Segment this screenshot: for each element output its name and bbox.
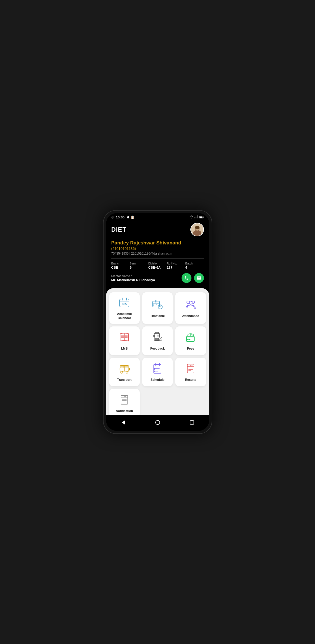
detail-batch: Batch 4 xyxy=(185,262,204,269)
recent-button[interactable] xyxy=(187,418,197,427)
avatar xyxy=(190,223,204,236)
svg-point-28 xyxy=(155,305,155,306)
svg-point-27 xyxy=(153,305,154,306)
mentor-label: Mentor Name : xyxy=(111,274,155,278)
lms-label: LMS xyxy=(121,347,127,351)
svg-rect-46 xyxy=(187,339,189,340)
app-title: DIET xyxy=(111,226,127,233)
transport-icon xyxy=(119,363,130,375)
mentor-actions xyxy=(182,273,204,283)
fees-icon xyxy=(185,332,196,344)
roll-label: Roll No. xyxy=(167,262,185,265)
grid-item-schedule[interactable]: Schedule xyxy=(142,358,173,386)
branch-label: Branch xyxy=(111,262,130,265)
branch-value: CSE xyxy=(111,266,130,269)
signal-icon xyxy=(195,215,198,219)
wifi-icon xyxy=(189,215,194,219)
student-name: Pandey Rajeshwar Shivanand xyxy=(111,240,204,246)
grid-item-results[interactable]: A+ Results xyxy=(175,358,206,386)
svg-rect-84 xyxy=(190,421,194,424)
grid-item-fees[interactable]: Fees xyxy=(175,326,206,355)
content-area: 365 AcademicCalendar xyxy=(106,288,209,415)
svg-text:A+: A+ xyxy=(124,395,126,398)
student-details: Branch CSE Sem 6 Division CSE-6A Roll No… xyxy=(111,262,204,269)
svg-point-68 xyxy=(154,369,155,370)
menu-grid: 365 AcademicCalendar xyxy=(109,292,206,415)
sem-label: Sem xyxy=(130,262,148,265)
recent-icon xyxy=(190,420,194,425)
svg-rect-47 xyxy=(189,339,190,340)
status-time: 10:06 xyxy=(116,215,125,219)
grid-item-feedback[interactable]: Feedback xyxy=(142,326,173,355)
notification-label: Notification xyxy=(116,409,133,413)
fees-label: Fees xyxy=(187,347,194,351)
student-contact: 7043541935 | 21010101136@darshan.ac.in xyxy=(111,252,204,255)
camera-dot xyxy=(111,216,114,219)
svg-rect-6 xyxy=(203,217,204,218)
transport-label: Transport xyxy=(117,378,131,382)
svg-text:365: 365 xyxy=(122,302,127,306)
header-top: DIET xyxy=(111,223,204,236)
schedule-icon xyxy=(152,363,163,375)
svg-rect-0 xyxy=(195,217,195,218)
home-icon xyxy=(155,420,160,425)
svg-point-26 xyxy=(156,304,157,305)
mentor-row: Mentor Name : Mr. Madhuresh R Fichadiya xyxy=(111,273,204,283)
grid-item-lms[interactable]: LMS xyxy=(109,326,140,355)
svg-point-54 xyxy=(121,371,123,373)
email-button[interactable] xyxy=(194,273,204,283)
results-icon: A+ xyxy=(185,363,196,375)
attendance-label: Attendance xyxy=(182,314,199,318)
roll-value: 177 xyxy=(167,266,185,269)
detail-division: Division CSE-6A xyxy=(148,262,167,269)
svg-point-55 xyxy=(126,371,128,373)
status-icons: ⏺ 📋 xyxy=(127,216,134,219)
back-icon xyxy=(121,420,126,425)
avatar-image xyxy=(191,223,203,236)
detail-sem: Sem 6 xyxy=(130,262,148,269)
status-left: 10:06 ⏺ 📋 xyxy=(111,215,135,219)
mentor-info: Mentor Name : Mr. Madhuresh R Fichadiya xyxy=(111,274,155,282)
svg-rect-3 xyxy=(197,215,198,218)
grid-item-attendance[interactable]: Attendance xyxy=(175,292,206,324)
email-icon xyxy=(197,276,201,280)
home-button[interactable] xyxy=(153,418,162,427)
status-bar: 10:06 ⏺ 📋 xyxy=(106,213,209,220)
header-section: DIET Pandey Rajeshwar Shivanand (2101010… xyxy=(106,220,209,288)
division-label: Division xyxy=(148,262,167,265)
student-id: (21010101136) xyxy=(111,247,204,251)
phone-screen: 10:06 ⏺ 📋 xyxy=(106,213,209,431)
attendance-icon xyxy=(185,299,196,312)
svg-text:A+: A+ xyxy=(190,364,193,367)
battery-icon xyxy=(199,215,204,219)
svg-point-83 xyxy=(156,420,160,425)
phone-frame: 10:06 ⏺ 📋 xyxy=(103,210,212,434)
phone-icon xyxy=(184,276,189,280)
svg-point-24 xyxy=(153,304,154,305)
lms-icon xyxy=(119,332,130,344)
feedback-icon xyxy=(152,332,163,344)
grid-item-timetable[interactable]: Timetable xyxy=(142,292,173,324)
detail-roll: Roll No. 177 xyxy=(167,262,185,269)
results-label: Results xyxy=(185,378,196,382)
grid-item-notification[interactable]: A+ Notification xyxy=(109,389,140,415)
notification-icon: A+ xyxy=(119,394,130,407)
back-button[interactable] xyxy=(119,418,128,427)
batch-value: 4 xyxy=(185,266,204,269)
detail-branch: Branch CSE xyxy=(111,262,130,269)
timetable-label: Timetable xyxy=(150,314,165,318)
divider xyxy=(111,258,204,259)
grid-item-transport[interactable]: Transport xyxy=(109,358,140,386)
svg-rect-2 xyxy=(197,216,197,218)
feedback-label: Feedback xyxy=(150,347,165,351)
svg-marker-82 xyxy=(122,420,125,425)
status-right xyxy=(189,215,204,219)
svg-point-25 xyxy=(155,304,155,305)
svg-point-29 xyxy=(189,301,192,304)
timetable-icon xyxy=(152,299,163,312)
batch-label: Batch xyxy=(185,262,204,265)
svg-rect-5 xyxy=(200,217,202,218)
mentor-name: Mr. Madhuresh R Fichadiya xyxy=(111,278,155,282)
grid-item-academic-calendar[interactable]: 365 AcademicCalendar xyxy=(109,292,140,324)
call-button[interactable] xyxy=(182,273,191,283)
